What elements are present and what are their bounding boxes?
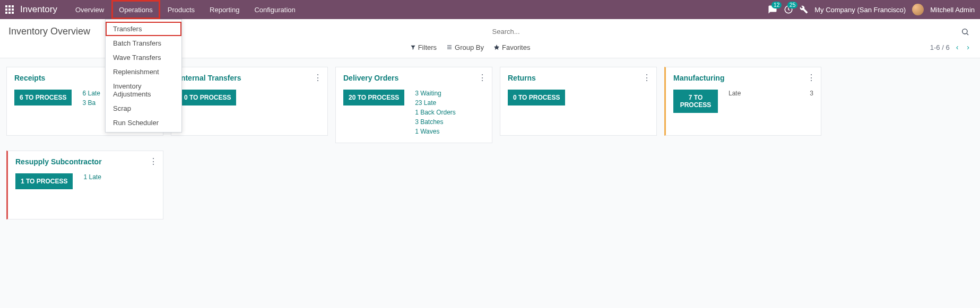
operations-dropdown: Transfers Batch Transfers Wave Transfers…: [105, 19, 182, 133]
filters-button[interactable]: Filters: [410, 43, 437, 51]
card-stats: 6 Late3 Ba: [82, 90, 100, 107]
card-title[interactable]: Manufacturing: [673, 74, 813, 82]
user-name: Mitchell Admin: [930, 6, 975, 14]
groupby-button[interactable]: Group By: [446, 43, 484, 51]
card-menu-icon[interactable]: ⋮: [149, 156, 158, 166]
stat-late[interactable]: Late3: [729, 90, 813, 97]
list-icon: [446, 44, 453, 50]
kanban-card: Resupply Subcontractor⋮1 TO PROCESS1 Lat…: [6, 151, 163, 219]
card-stats: 1 Late: [83, 173, 101, 181]
topnav-right: 12 25 My Company (San Francisco) Mitchel…: [768, 4, 975, 15]
messaging-count: 12: [771, 2, 782, 8]
process-button[interactable]: 6 TO PROCESS: [14, 90, 72, 105]
pager-next[interactable]: ›: [965, 42, 972, 52]
card-stats: Late3: [729, 90, 813, 97]
stat-link[interactable]: 1 Waves: [415, 128, 456, 135]
menu-operations[interactable]: Operations: [111, 0, 160, 19]
svg-point-1: [962, 29, 967, 33]
card-body: 20 TO PROCESS3 Waiting23 Late1 Back Orde…: [343, 90, 484, 135]
process-button[interactable]: 20 TO PROCESS: [343, 90, 404, 105]
card-body: 7 TO PROCESSLate3: [673, 90, 813, 113]
dropdown-batch-transfers[interactable]: Batch Transfers: [106, 36, 181, 50]
funnel-icon: [410, 45, 416, 50]
pager-prev[interactable]: ‹: [954, 42, 961, 52]
page-title: Inventory Overview: [8, 26, 90, 37]
filter-group: Filters Group By Favorites: [209, 43, 531, 51]
apps-icon[interactable]: [5, 5, 14, 14]
stat-link[interactable]: 1 Late: [83, 173, 101, 181]
debug-icon[interactable]: [800, 5, 808, 14]
activities-icon[interactable]: 25: [784, 5, 793, 14]
kanban-card: Manufacturing⋮7 TO PROCESSLate3: [664, 67, 821, 136]
card-menu-icon[interactable]: ⋮: [807, 73, 816, 83]
dropdown-wave-transfers[interactable]: Wave Transfers: [106, 50, 181, 65]
stat-link[interactable]: 3 Waiting: [415, 90, 456, 97]
process-button[interactable]: 0 TO PROCESS: [508, 90, 565, 105]
stat-link[interactable]: 1 Back Orders: [415, 109, 456, 116]
stat-link[interactable]: 6 Late: [82, 90, 100, 97]
card-title[interactable]: Resupply Subcontractor: [15, 157, 155, 166]
search-wrap: [490, 24, 972, 39]
user-menu[interactable]: Mitchell Admin: [912, 4, 975, 15]
svg-line-2: [967, 33, 968, 35]
card-title[interactable]: Returns: [508, 74, 649, 82]
card-menu-icon[interactable]: ⋮: [478, 73, 487, 83]
star-icon: [493, 44, 500, 50]
kanban-card: Delivery Orders⋮20 TO PROCESS3 Waiting23…: [335, 67, 492, 143]
stat-link[interactable]: 3 Batches: [415, 118, 456, 126]
menu-reporting[interactable]: Reporting: [202, 0, 247, 19]
dropdown-replenishment[interactable]: Replenishment: [106, 65, 181, 79]
kanban-card: Returns⋮0 TO PROCESS: [500, 67, 657, 136]
favorites-button[interactable]: Favorites: [493, 43, 530, 51]
menu-configuration[interactable]: Configuration: [247, 0, 302, 19]
card-title[interactable]: Delivery Orders: [343, 74, 484, 82]
card-body: 0 TO PROCESS: [508, 90, 649, 105]
process-button[interactable]: 0 TO PROCESS: [179, 90, 236, 105]
top-nav: Inventory Overview Operations Products R…: [0, 0, 980, 19]
search-input[interactable]: [490, 24, 959, 39]
kanban-card: Internal Transfers⋮0 TO PROCESS: [171, 67, 328, 136]
card-menu-icon[interactable]: ⋮: [643, 73, 651, 83]
pager: 1-6 / 6 ‹ ›: [930, 42, 972, 52]
dropdown-transfers[interactable]: Transfers: [106, 22, 181, 36]
dropdown-run-scheduler[interactable]: Run Scheduler: [106, 116, 181, 130]
menu-products[interactable]: Products: [160, 0, 202, 19]
card-body: 0 TO PROCESS: [179, 90, 320, 105]
stat-link[interactable]: 3 Ba: [82, 99, 100, 107]
card-title[interactable]: Internal Transfers: [179, 74, 320, 82]
messaging-icon[interactable]: 12: [768, 5, 777, 14]
dropdown-inventory-adjustments[interactable]: Inventory Adjustments: [106, 79, 181, 101]
card-stats: 3 Waiting23 Late1 Back Orders3 Batches1 …: [415, 90, 456, 135]
avatar: [912, 4, 924, 15]
company-switcher[interactable]: My Company (San Francisco): [814, 6, 906, 14]
process-button[interactable]: 7 TO PROCESS: [673, 90, 718, 113]
main-menu: Overview Operations Products Reporting C…: [68, 0, 303, 19]
pager-text: 1-6 / 6: [930, 43, 950, 51]
search-icon[interactable]: [959, 25, 972, 38]
process-button[interactable]: 1 TO PROCESS: [15, 173, 73, 189]
dropdown-scrap[interactable]: Scrap: [106, 101, 181, 116]
stat-link[interactable]: 23 Late: [415, 99, 456, 107]
card-body: 1 TO PROCESS1 Late: [15, 173, 155, 189]
menu-overview[interactable]: Overview: [68, 0, 111, 19]
app-brand[interactable]: Inventory: [20, 4, 57, 15]
card-menu-icon[interactable]: ⋮: [314, 73, 322, 83]
activities-count: 25: [787, 2, 797, 8]
